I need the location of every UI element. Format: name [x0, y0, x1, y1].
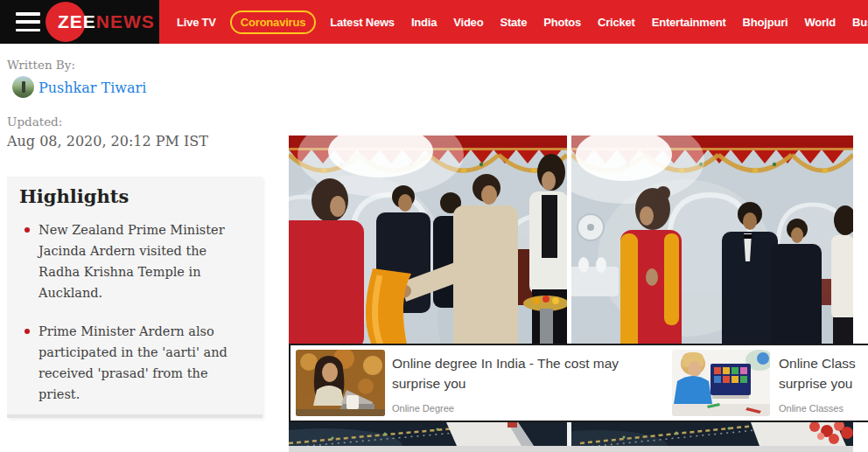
nav-item-entertainment[interactable]: Entertainment: [652, 16, 726, 29]
nav-item-state[interactable]: State: [500, 16, 527, 29]
written-by-label: Written By:: [7, 58, 75, 72]
nav-item-video[interactable]: Video: [453, 16, 483, 29]
nav-item-latest-news[interactable]: Latest News: [330, 16, 395, 29]
updated-label: Updated:: [7, 115, 62, 129]
zee-news-logo[interactable]: ZEENEWS: [46, 2, 143, 42]
ad-title-online-degree[interactable]: Online degree In India - The cost may su…: [392, 353, 654, 393]
logo-zee: ZEE: [58, 11, 96, 31]
main-navigation: Live TV Coronavirus Latest News India Vi…: [177, 0, 868, 44]
highlights-list: New Zealand Prime Minister Jacinda Arder…: [19, 219, 250, 405]
video-thumbnail-strip-left[interactable]: [289, 422, 567, 446]
ad-title-online-classes-line1: Online Class: [779, 353, 868, 373]
ad-thumb2-scene: [672, 350, 770, 416]
ad-thumbnail-online-degree[interactable]: [296, 350, 385, 416]
nav-item-cricket[interactable]: Cricket: [598, 16, 635, 29]
logo-news: NEWS: [96, 11, 155, 31]
ad-thumbnail-online-classes[interactable]: [672, 350, 770, 416]
author-link[interactable]: Pushkar Tiwari: [38, 80, 146, 96]
avatar-figure: [22, 81, 25, 93]
ad-title-online-classes[interactable]: Online Class surprise you: [779, 353, 868, 393]
hamburger-menu-icon[interactable]: [16, 12, 40, 31]
bottom-strip-left-scene: [289, 422, 567, 446]
ad-attribution-online-degree: Online Degree: [392, 403, 454, 414]
highlights-title: Highlights: [19, 185, 250, 207]
highlight-item: New Zealand Prime Minister Jacinda Arder…: [19, 219, 250, 303]
ad-strip: Online degree In India - The cost may su…: [289, 344, 868, 422]
highlights-box: Highlights New Zealand Prime Minister Ja…: [7, 177, 262, 418]
nav-item-bhojpuri[interactable]: Bhojpuri: [743, 16, 788, 29]
nav-item-coronavirus[interactable]: Coronavirus: [230, 10, 316, 34]
top-nav-bar: ZEENEWS Live TV Coronavirus Latest News …: [0, 0, 868, 44]
author-avatar[interactable]: [12, 76, 34, 98]
nav-item-world[interactable]: World: [804, 16, 836, 29]
zee-news-article-page: { "header": { "brand": { "zee": "ZEE", "…: [0, 0, 868, 452]
logo-text: ZEENEWS: [58, 11, 155, 32]
nav-item-photos[interactable]: Photos: [543, 16, 581, 29]
video-thumbnail-strip-right[interactable]: [571, 422, 853, 446]
brand-block: ZEENEWS: [0, 0, 159, 44]
highlight-item: Prime Minister Ardern also participated …: [19, 321, 250, 405]
bottom-strip-right-scene: [571, 422, 853, 446]
nav-item-business[interactable]: Business: [852, 16, 868, 29]
ad-thumb1-scene: [296, 350, 385, 416]
nav-item-live-tv[interactable]: Live TV: [177, 16, 216, 29]
updated-timestamp: Aug 08, 2020, 20:12 PM IST: [7, 133, 208, 150]
nav-item-india[interactable]: India: [411, 16, 437, 29]
ad-attribution-online-classes: Online Classes: [779, 403, 844, 414]
ad-title-online-classes-line2: surprise you: [779, 373, 868, 393]
video-floor-bar: [289, 446, 853, 452]
